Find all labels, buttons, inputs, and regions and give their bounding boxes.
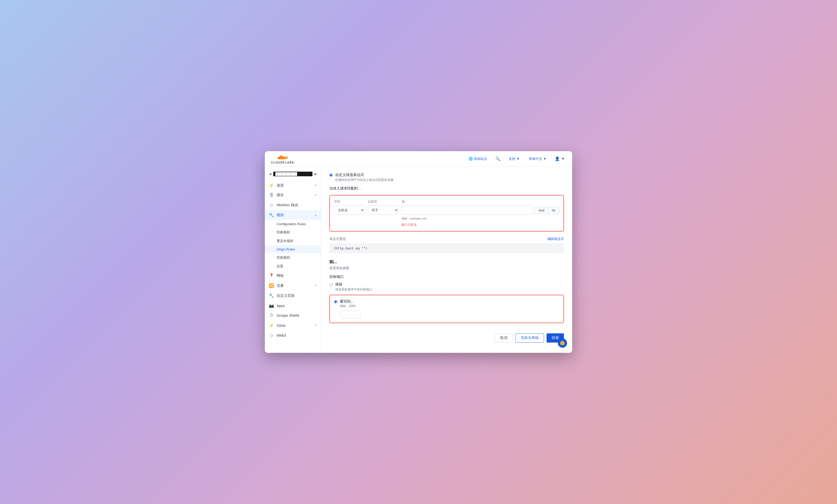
custom-filter-label: 自定义筛选表达式 xyxy=(335,173,394,177)
value-label: 值 xyxy=(402,200,559,204)
traffic-icon: 🔀 xyxy=(269,283,274,288)
rewrite-option-row: 重写到... 例如，8081 xyxy=(334,299,559,318)
port-preserve-text: 保留 保留原始请求中的目标端口 xyxy=(335,282,372,292)
language-button[interactable]: 简体中文 ▼ xyxy=(527,155,549,162)
custom-filter-desc: 此规则仅应用于与自定义表达式匹配的流量 xyxy=(335,178,394,182)
logo-area: CLOUDFLARE xyxy=(271,154,294,164)
sidebar-item-cache[interactable]: 🗄 缓存 ▼ xyxy=(265,190,321,200)
field-label: 字段 xyxy=(334,200,365,204)
expression-preview: (http.host eq "") xyxy=(330,243,564,253)
expression-preview-row: 表达式预览 编辑表达式 xyxy=(330,237,564,241)
main-layout: ◀ ██████████ ▶ ⚡ 速度 ▼ 🗄 缓存 ▼ ◇ Workers 路… xyxy=(265,167,572,353)
speed-chevron-icon: ▼ xyxy=(314,184,317,187)
custom-pages-icon: 🔧 xyxy=(269,293,274,298)
back-arrow-icon: ◀ xyxy=(269,172,271,176)
filter-box: 字段 主机名 运算符 等于 值 And xyxy=(330,195,564,231)
cache-icon: 🗄 xyxy=(269,193,274,198)
rules-chevron-icon: ▲ xyxy=(314,213,317,217)
sidebar-item-network[interactable]: 📍 网络 xyxy=(265,271,321,281)
header: CLOUDFLARE 🌐 添加站点 🔍 支持 ▼ 简体中文 ▼ 👤 ▼ xyxy=(265,151,572,167)
sidebar-sub-settings[interactable]: 设置 xyxy=(265,262,321,271)
operator-column: 运算符 等于 xyxy=(368,200,398,214)
zaraz-icon: ⚡ xyxy=(269,323,274,328)
sidebar-item-zaraz[interactable]: ⚡ Zaraz ▼ xyxy=(265,320,321,330)
dest-port-label: 目标端口 xyxy=(330,275,564,279)
zaraz-chevron-icon: ▼ xyxy=(314,324,317,327)
field-error: 输入主机名 xyxy=(402,223,559,227)
workers-icon: ◇ xyxy=(269,203,274,207)
chat-button[interactable]: 😊 xyxy=(558,338,567,348)
back-chevron-icon: ▶ xyxy=(315,172,317,176)
rewrite-port-input[interactable] xyxy=(340,310,360,318)
sidebar-sub-origin-rules[interactable]: Origin Rules xyxy=(265,245,321,253)
then-subtitle: 设置原始参数 xyxy=(330,266,564,270)
field-column: 字段 主机名 xyxy=(334,200,365,214)
custom-filter-radio[interactable] xyxy=(330,173,333,177)
save-draft-button[interactable]: 另存为草稿 xyxy=(515,333,544,342)
sidebar: ◀ ██████████ ▶ ⚡ 速度 ▼ 🗄 缓存 ▼ ◇ Workers 路… xyxy=(265,167,321,353)
sidebar-item-traffic[interactable]: 🔀 流量 ▼ xyxy=(265,281,321,291)
cloudflare-logo: CLOUDFLARE xyxy=(271,154,294,164)
rewrite-hint: 例如，8081 xyxy=(340,304,360,308)
search-button[interactable]: 🔍 xyxy=(494,155,501,162)
port-preserve-label: 保留 xyxy=(335,282,372,287)
cache-chevron-icon: ▼ xyxy=(314,194,317,197)
and-or-buttons: And Or xyxy=(535,207,559,214)
when-match-title: 当传入请求匹配时... xyxy=(330,186,564,191)
rules-submenu: Configuration Rules 转换规则 重定向规则 Origin Ru… xyxy=(265,220,321,271)
language-chevron-icon: ▼ xyxy=(543,157,547,161)
expression-edit-link[interactable]: 编辑表达式 xyxy=(547,237,564,241)
sidebar-item-rules[interactable]: 🔧 规则 ▲ xyxy=(265,210,321,220)
sidebar-sub-config-rules[interactable]: Configuration Rules xyxy=(265,220,321,228)
sidebar-item-apps[interactable]: 📷 Apps xyxy=(265,301,321,311)
or-button[interactable]: Or xyxy=(548,207,559,214)
and-button[interactable]: And xyxy=(535,207,548,214)
sidebar-item-workers[interactable]: ◇ Workers 路由 xyxy=(265,200,321,210)
rules-icon: 🔧 xyxy=(269,212,274,218)
traffic-chevron-icon: ▼ xyxy=(314,284,317,287)
sidebar-item-scrape-shield[interactable]: 🗒 Scrape Shield xyxy=(265,311,321,320)
chat-icon: 😊 xyxy=(560,341,565,346)
port-preserve-option: 保留 保留原始请求中的目标端口 xyxy=(330,282,564,292)
support-button[interactable]: 支持 ▼ xyxy=(506,155,522,162)
value-input[interactable] xyxy=(402,205,533,214)
user-menu-button[interactable]: 👤 ▼ xyxy=(554,155,566,162)
rewrite-box: 重写到... 例如，8081 xyxy=(330,295,564,323)
domain-label: ██████████ xyxy=(273,172,313,176)
port-preserve-desc: 保留原始请求中的目标端口 xyxy=(335,287,372,292)
sidebar-sub-page-rules[interactable]: 页面规则 xyxy=(265,253,321,262)
port-preserve-radio[interactable] xyxy=(330,283,333,286)
apps-icon: 📷 xyxy=(269,303,274,308)
plus-icon: 🌐 xyxy=(469,157,473,161)
speed-icon: ⚡ xyxy=(269,183,274,188)
value-column: 值 And Or 例如，example.com 输入主机名 xyxy=(402,200,559,227)
cloudflare-text: CLOUDFLARE xyxy=(271,161,294,164)
custom-filter-option: 自定义筛选表达式 此规则仅应用于与自定义表达式匹配的流量 xyxy=(330,173,564,182)
cancel-button[interactable]: 取消 xyxy=(495,333,513,342)
field-select[interactable]: 主机名 xyxy=(334,205,365,214)
sidebar-sub-redirect-rules[interactable]: 重定向规则 xyxy=(265,237,321,245)
support-chevron-icon: ▼ xyxy=(516,157,520,161)
value-input-row: And Or xyxy=(402,205,559,214)
port-rewrite-radio[interactable] xyxy=(334,300,337,303)
header-right: 🌐 添加站点 🔍 支持 ▼ 简体中文 ▼ 👤 ▼ xyxy=(467,155,566,162)
sidebar-item-speed[interactable]: ⚡ 速度 ▼ xyxy=(265,180,321,190)
chat-icon-container: 😊 xyxy=(558,338,567,348)
sidebar-item-custom-pages[interactable]: 🔧 自定义页面 xyxy=(265,291,321,301)
then-section: 则... 设置原始参数 目标端口 保留 保留原始请求中的目标端口 xyxy=(330,259,564,323)
custom-filter-text: 自定义筛选表达式 此规则仅应用于与自定义表达式匹配的流量 xyxy=(335,173,394,182)
footer-buttons: 取消 另存为草稿 部署 xyxy=(330,329,564,347)
expression-preview-label: 表达式预览 xyxy=(330,237,346,241)
content-area: 自定义筛选表达式 此规则仅应用于与自定义表达式匹配的流量 当传入请求匹配时...… xyxy=(321,167,572,353)
then-title: 则... xyxy=(330,259,564,265)
web3-icon: ◇ xyxy=(269,333,274,338)
operator-select[interactable]: 等于 xyxy=(368,205,398,214)
add-site-button[interactable]: 🌐 添加站点 xyxy=(467,155,489,162)
sidebar-back[interactable]: ◀ ██████████ ▶ xyxy=(265,170,321,178)
filter-row: 字段 主机名 运算符 等于 值 And xyxy=(334,200,559,227)
operator-label: 运算符 xyxy=(368,200,398,204)
sidebar-sub-transform-rules[interactable]: 转换规则 xyxy=(265,228,321,237)
rewrite-title: 重写到... xyxy=(340,299,360,304)
network-icon: 📍 xyxy=(269,273,274,278)
sidebar-item-web3[interactable]: ◇ Web3 xyxy=(265,330,321,340)
